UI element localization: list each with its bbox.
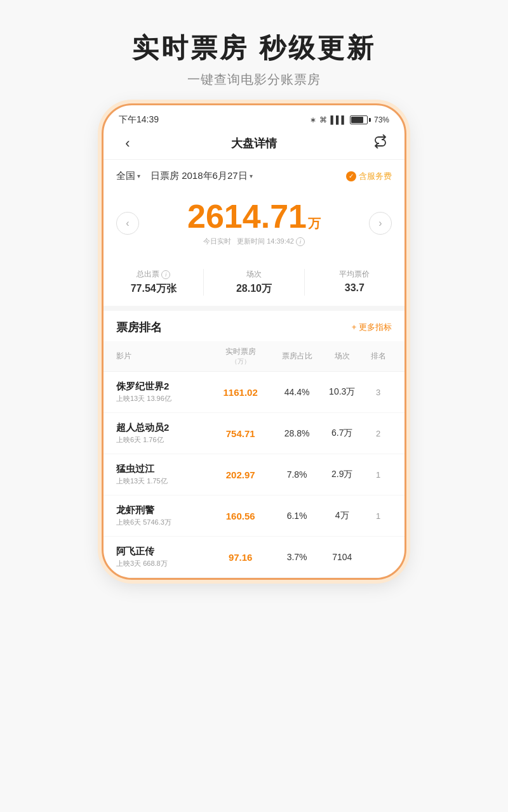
ranking-section: 票房排名 + 更多指标 影片 实时票房 （万） 票房占比 场次 排名 侏罗纪世界… (104, 311, 404, 578)
ranking-header: 票房排名 + 更多指标 (104, 311, 404, 341)
movie-rank: 1 (364, 470, 392, 480)
filter-row: 全国 ▾ 日票房 2018年6月27日 ▾ ✓ 含服务费 (116, 170, 392, 182)
stat-total-tickets: 总出票 i 77.54万张 (104, 269, 203, 296)
movie-revenue: 202.97 (206, 469, 274, 480)
prev-day-button[interactable]: ‹ (116, 212, 139, 235)
total-tickets-info-icon[interactable]: i (161, 270, 170, 279)
movie-info: 侏罗纪世界2 上映13天 13.96亿 (116, 381, 206, 403)
table-row[interactable]: 龙虾刑警 上映6天 5746.3万 160.56 6.1% 4万 1 (104, 495, 404, 537)
battery-icon (350, 115, 371, 124)
stat-total-tickets-label: 总出票 i (104, 269, 203, 280)
date-arrow: ▾ (250, 173, 253, 180)
movie-info: 龙虾刑警 上映6天 5746.3万 (116, 504, 206, 527)
movie-ratio: 44.4% (274, 387, 319, 397)
share-button[interactable] (369, 134, 392, 152)
phone-frame: 下午14:39 ∗ ⌘ ▌▌▌ 73% ‹ 大盘详情 (102, 103, 406, 580)
movie-sessions: 2.9万 (319, 469, 364, 480)
col-header-realtime: 实时票房 （万） (206, 346, 274, 366)
movie-sessions: 4万 (319, 510, 364, 521)
movie-sessions: 6.7万 (319, 428, 364, 439)
table-row[interactable]: 侏罗纪世界2 上映13天 13.96亿 1161.02 44.4% 10.3万 … (104, 372, 404, 413)
stat-sessions-label: 场次 (204, 269, 304, 280)
page-header: 实时票房 秒级更新 一键查询电影分账票房 (132, 0, 376, 103)
signal-icon: ▌▌▌ (330, 115, 347, 124)
movie-meta: 上映3天 668.8万 (116, 559, 206, 568)
movie-revenue: 754.71 (206, 428, 274, 439)
movie-name: 龙虾刑警 (116, 504, 206, 516)
info-icon[interactable]: i (296, 237, 305, 246)
date-label: 日票房 2018年6月27日 (150, 170, 248, 182)
region-filter[interactable]: 全国 ▾ (116, 170, 140, 182)
col-header-movie: 影片 (116, 351, 206, 362)
next-day-button[interactable]: › (369, 212, 392, 235)
ranking-title: 票房排名 (116, 320, 162, 335)
movie-meta: 上映13天 13.96亿 (116, 394, 206, 403)
movie-name: 超人总动员2 (116, 422, 206, 434)
table-header: 影片 实时票房 （万） 票房占比 场次 排名 (104, 341, 404, 372)
movie-rank: 3 (364, 388, 392, 397)
region-label: 全国 (116, 170, 135, 182)
movie-ratio: 7.8% (274, 469, 319, 480)
back-button[interactable]: ‹ (116, 135, 139, 152)
movie-revenue: 1161.02 (206, 387, 274, 398)
movie-rank: 1 (364, 511, 392, 521)
movie-name: 侏罗纪世界2 (116, 381, 206, 393)
movie-meta: 上映13天 1.75亿 (116, 476, 206, 486)
service-label: 含服务费 (359, 171, 392, 182)
phone-mockup: 下午14:39 ∗ ⌘ ▌▌▌ 73% ‹ 大盘详情 (102, 103, 406, 712)
check-icon: ✓ (346, 171, 356, 181)
update-info: 今日实时 更新时间 14:39:42 i (139, 237, 369, 246)
status-bar: 下午14:39 ∗ ⌘ ▌▌▌ 73% (104, 105, 404, 129)
page-title-sub: 一键查询电影分账票房 (132, 71, 376, 88)
nav-title: 大盘详情 (231, 136, 277, 151)
col-header-sessions: 场次 (319, 351, 364, 362)
region-arrow: ▾ (137, 173, 140, 180)
movie-sessions: 7104 (319, 552, 364, 562)
movie-revenue: 97.16 (206, 552, 274, 563)
movie-meta: 上映6天 1.76亿 (116, 435, 206, 445)
table-row[interactable]: 超人总动员2 上映6天 1.76亿 754.71 28.8% 6.7万 2 (104, 413, 404, 454)
more-indicators-button[interactable]: + 更多指标 (352, 322, 392, 333)
table-row[interactable]: 猛虫过江 上映13天 1.75亿 202.97 7.8% 2.9万 1 (104, 454, 404, 495)
movie-revenue: 160.56 (206, 511, 274, 521)
stats-row: 总出票 i 77.54万张 场次 28.10万 平均票价 33.7 (104, 259, 404, 311)
nav-bar: ‹ 大盘详情 (104, 129, 404, 160)
status-time: 下午14:39 (119, 114, 159, 126)
stat-avg-price: 平均票价 33.7 (304, 269, 404, 296)
stat-total-tickets-value: 77.54万张 (104, 282, 203, 296)
movie-rank: 2 (364, 429, 392, 438)
col-header-rank: 排名 (364, 351, 392, 362)
movie-info: 猛虫过江 上映13天 1.75亿 (116, 463, 206, 486)
stat-sessions-value: 28.10万 (204, 282, 304, 296)
movie-ratio: 28.8% (274, 428, 319, 438)
stat-avg-price-value: 33.7 (305, 282, 404, 294)
table-row[interactable]: 阿飞正传 上映3天 668.8万 97.16 3.7% 7104 (104, 537, 404, 578)
col-header-ratio: 票房占比 (274, 351, 319, 362)
movie-name: 猛虫过江 (116, 463, 206, 475)
content-area: 全国 ▾ 日票房 2018年6月27日 ▾ ✓ 含服务费 ‹ (104, 160, 404, 259)
stat-sessions: 场次 28.10万 (203, 269, 304, 296)
battery-percent: 73% (374, 115, 389, 124)
movie-info: 阿飞正传 上映3天 668.8万 (116, 546, 206, 568)
revenue-amount: 2614.71 万 (187, 200, 321, 233)
revenue-unit: 万 (308, 217, 321, 230)
date-filter[interactable]: 日票房 2018年6月27日 ▾ (150, 170, 253, 182)
movie-ratio: 3.7% (274, 552, 319, 562)
bluetooth-icon: ∗ (310, 115, 316, 124)
movie-meta: 上映6天 5746.3万 (116, 518, 206, 527)
stat-avg-price-label: 平均票价 (305, 269, 404, 280)
movie-name: 阿飞正传 (116, 546, 206, 558)
revenue-display: ‹ 2614.71 万 今日实时 更新时间 14:39:42 i (116, 192, 392, 249)
status-icons: ∗ ⌘ ▌▌▌ 73% (310, 115, 389, 124)
wifi-icon: ⌘ (319, 115, 327, 124)
movie-info: 超人总动员2 上映6天 1.76亿 (116, 422, 206, 445)
movie-rows: 侏罗纪世界2 上映13天 13.96亿 1161.02 44.4% 10.3万 … (104, 372, 404, 578)
service-fee-toggle[interactable]: ✓ 含服务费 (346, 171, 392, 182)
page-title-main: 实时票房 秒级更新 (132, 30, 376, 66)
movie-ratio: 6.1% (274, 511, 319, 521)
revenue-center: 2614.71 万 今日实时 更新时间 14:39:42 i (139, 200, 369, 246)
movie-sessions: 10.3万 (319, 386, 364, 398)
